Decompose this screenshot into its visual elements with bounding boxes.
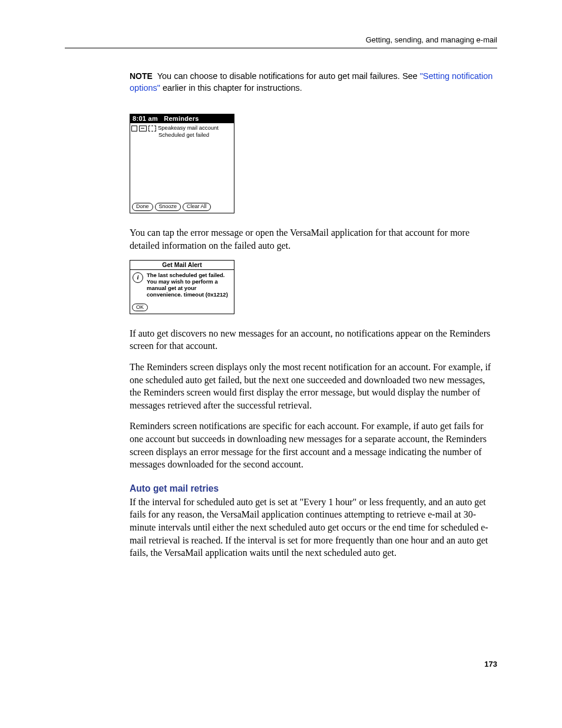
mail-open-icon (148, 126, 156, 131)
reminder-text: Speakeasy mail account (158, 125, 233, 131)
reminder-row: Speakeasy mail account (131, 125, 233, 131)
body-paragraph: If auto get discovers no new messages fo… (130, 327, 497, 353)
reminders-screenshot: 8:01 am Reminders Speakeasy mail account… (130, 114, 234, 213)
mail-icon (139, 126, 147, 131)
alert-title: Get Mail Alert (130, 261, 234, 270)
section-heading: Auto get mail retries (130, 483, 468, 495)
ok-button[interactable]: OK (132, 304, 148, 311)
body-paragraph: If the interval for scheduled auto get i… (130, 496, 497, 559)
note-text-after: earlier in this chapter for instructions… (160, 83, 302, 93)
alert-screenshot: Get Mail Alert i The last scheduled get … (130, 260, 234, 314)
clear-all-button[interactable]: Clear All (183, 203, 211, 211)
info-icon: i (133, 272, 143, 283)
page-number: 173 (65, 660, 497, 668)
body-paragraph: The Reminders screen displays only the m… (130, 361, 497, 411)
alert-text: The last scheduled get failed. You may w… (147, 272, 232, 298)
reminders-time: 8:01 am (133, 115, 158, 122)
body-paragraph: You can tap the error message or open th… (130, 226, 497, 252)
reminder-subtext: Scheduled get failed (158, 131, 233, 138)
note-label: NOTE (130, 71, 153, 81)
note-paragraph: NOTE You can choose to disable notificat… (130, 71, 497, 94)
page-header: Getting, sending, and managing e-mail (65, 35, 497, 48)
done-button[interactable]: Done (132, 203, 153, 211)
snooze-button[interactable]: Snooze (155, 203, 181, 211)
note-text-before: You can choose to disable notifications … (157, 71, 420, 81)
checkbox-icon (131, 126, 137, 131)
reminders-title-bar: 8:01 am Reminders (130, 114, 234, 123)
body-paragraph: Reminders screen notifications are speci… (130, 420, 497, 470)
reminders-label: Reminders (164, 115, 199, 122)
